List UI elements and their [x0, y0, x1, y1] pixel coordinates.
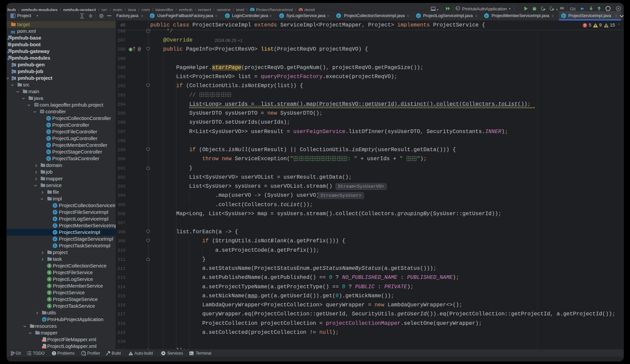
- svg-text:C: C: [48, 157, 50, 161]
- svg-text:C: C: [48, 123, 50, 127]
- svg-text:I: I: [49, 278, 50, 281]
- svg-text:I: I: [49, 271, 50, 275]
- svg-text:I: I: [130, 48, 131, 51]
- svg-text:C: C: [54, 231, 56, 234]
- svg-text:I: I: [49, 284, 50, 288]
- svg-text:C: C: [54, 204, 56, 207]
- svg-text:I: I: [49, 291, 50, 295]
- svg-text:C: C: [54, 210, 56, 214]
- svg-text:<>: <>: [42, 347, 45, 349]
- svg-text:C: C: [48, 137, 50, 140]
- svg-text:C: C: [48, 117, 50, 120]
- svg-text:C: C: [151, 14, 154, 18]
- svg-text:C: C: [54, 217, 56, 221]
- svg-text:C: C: [54, 244, 56, 248]
- svg-text:C: C: [54, 224, 56, 228]
- svg-text:C: C: [54, 237, 56, 241]
- svg-text:<>: <>: [42, 340, 45, 342]
- svg-text:I: I: [49, 298, 50, 301]
- svg-text:C: C: [48, 150, 50, 154]
- svg-text:I: I: [49, 304, 50, 308]
- svg-text:C: C: [48, 143, 50, 147]
- svg-text:C: C: [563, 14, 565, 18]
- svg-text:C: C: [338, 14, 340, 18]
- svg-text:C: C: [48, 130, 50, 134]
- svg-text:I: I: [49, 264, 50, 268]
- svg-text:C: C: [226, 14, 229, 18]
- svg-text:C: C: [417, 14, 420, 18]
- svg-text:C: C: [281, 14, 283, 18]
- svg-text:C: C: [485, 14, 488, 18]
